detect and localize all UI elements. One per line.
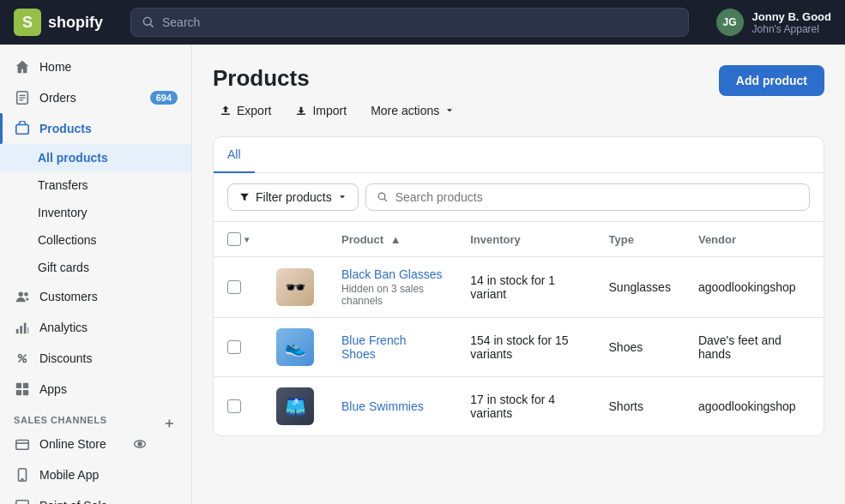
product-type: Shoes (595, 318, 685, 377)
import-button[interactable]: Import (288, 99, 353, 123)
customers-icon (14, 288, 31, 305)
select-all-checkbox[interactable] (227, 232, 241, 246)
table-toolbar: Filter products (214, 173, 824, 222)
product-name-link[interactable]: Blue Swimmies (341, 399, 424, 413)
filter-products-button[interactable]: Filter products (227, 183, 359, 211)
svg-rect-9 (20, 326, 22, 333)
add-product-button[interactable]: Add product (719, 65, 824, 96)
svg-line-14 (19, 355, 27, 363)
product-vendor: agoodlookingshop (685, 377, 824, 436)
sidebar-item-collections[interactable]: Collections (0, 226, 191, 254)
products-icon (14, 120, 31, 137)
svg-rect-25 (16, 501, 28, 504)
tab-all-label: All (227, 147, 241, 161)
product-inventory: 14 in stock for 1 variant (456, 257, 595, 318)
sidebar-item-transfers[interactable]: Transfers (0, 171, 191, 199)
apps-icon (14, 381, 31, 398)
products-table: ▾ Product ▲ Inventory Type (214, 222, 824, 435)
sidebar-item-customers[interactable]: Customers (0, 281, 191, 312)
search-products-input[interactable] (395, 190, 799, 204)
online-store-icon (14, 435, 31, 453)
svg-rect-18 (23, 390, 28, 395)
product-inventory: 154 in stock for 15 variants (456, 318, 595, 377)
sidebar-item-all-products[interactable]: All products (0, 144, 191, 171)
logo: S shopify (14, 9, 117, 36)
sidebar-label-all-products: All products (38, 151, 108, 165)
sidebar-item-discounts[interactable]: Discounts (0, 343, 191, 374)
select-all-chevron[interactable]: ▾ (244, 235, 249, 244)
search-products-icon (377, 191, 389, 203)
row-checkbox[interactable] (227, 399, 241, 413)
filter-chevron-icon (337, 192, 347, 202)
orders-badge: 694 (150, 91, 178, 105)
product-thumbnail: 👟 (276, 328, 314, 366)
sidebar-item-online-store[interactable]: Online Store (0, 429, 160, 459)
row-checkbox[interactable] (227, 280, 241, 294)
sidebar-label-customers: Customers (39, 290, 98, 303)
svg-point-28 (378, 193, 385, 200)
svg-rect-8 (16, 329, 19, 333)
sidebar-item-mobile-app[interactable]: Mobile App (0, 459, 191, 490)
import-icon (295, 105, 307, 117)
main-content: Products Export Import More actions (192, 45, 845, 504)
sidebar-label-orders: Orders (39, 91, 76, 105)
more-actions-label: More actions (371, 104, 439, 117)
add-sales-channel-btn[interactable]: ＋ (160, 415, 178, 432)
product-type: Sunglasses (595, 257, 685, 318)
export-label: Export (237, 104, 271, 117)
sidebar-item-home[interactable]: Home (0, 51, 191, 82)
sidebar-item-gift-cards[interactable]: Gift cards (0, 254, 191, 281)
sidebar-item-apps[interactable]: Apps (0, 374, 191, 405)
sidebar-label-discounts: Discounts (39, 351, 92, 365)
sort-product-icon[interactable]: ▲ (390, 233, 401, 246)
col-inventory: Inventory (456, 222, 595, 257)
mobile-app-icon (14, 466, 31, 483)
sidebar-label-gift-cards: Gift cards (38, 261, 89, 274)
product-name-link[interactable]: Black Ban Glasses (341, 267, 443, 281)
svg-point-7 (24, 292, 28, 297)
row-checkbox[interactable] (227, 340, 241, 354)
select-all-area: ▾ (227, 232, 249, 246)
sidebar-item-analytics[interactable]: Analytics (0, 312, 191, 343)
sidebar: Home Orders 694 Products All products Tr… (0, 45, 192, 504)
search-icon (142, 15, 155, 29)
svg-point-13 (23, 359, 27, 363)
export-button[interactable]: Export (213, 99, 278, 123)
sidebar-label-home: Home (39, 60, 71, 74)
col-product: Product ▲ (328, 222, 456, 257)
sidebar-label-online-store: Online Store (39, 437, 106, 451)
product-cell: Black Ban Glasses Hidden on 3 sales chan… (341, 267, 443, 307)
shopify-logo-icon: S (14, 9, 41, 36)
eye-icon[interactable] (133, 437, 147, 451)
filter-label: Filter products (256, 190, 332, 204)
sidebar-item-point-of-sale[interactable]: Point of Sale (0, 490, 191, 504)
sidebar-item-orders[interactable]: Orders 694 (0, 82, 191, 113)
main-layout: Home Orders 694 Products All products Tr… (0, 45, 845, 504)
tab-all[interactable]: All (214, 137, 255, 173)
product-name-link[interactable]: Blue French Shoes (341, 333, 406, 361)
svg-rect-15 (16, 383, 21, 388)
sidebar-label-inventory: Inventory (38, 206, 88, 219)
user-area[interactable]: JG Jonny B. Good John's Apparel (716, 9, 831, 36)
sidebar-label-collections: Collections (38, 233, 96, 247)
table-row: 👟 Blue French Shoes 154 in stock for 15 … (214, 318, 824, 377)
search-products-bar[interactable] (365, 183, 810, 211)
global-search-bar[interactable]: Search (130, 8, 689, 37)
chevron-down-icon (444, 105, 455, 116)
home-icon (14, 58, 31, 75)
svg-point-24 (21, 479, 23, 481)
sales-channels-text: SALES CHANNELS (14, 415, 107, 425)
products-table-card: All Filter products (213, 136, 824, 436)
orders-icon (14, 89, 31, 106)
sidebar-item-products[interactable]: Products (0, 113, 191, 144)
svg-rect-17 (16, 390, 21, 395)
pos-icon (14, 497, 31, 504)
sidebar-label-analytics: Analytics (39, 321, 88, 334)
sidebar-label-pos: Point of Sale (39, 499, 107, 504)
sidebar-label-apps: Apps (39, 382, 67, 396)
col-vendor: Vendor (685, 222, 824, 257)
sidebar-item-inventory[interactable]: Inventory (0, 199, 191, 226)
export-icon (220, 105, 232, 117)
more-actions-button[interactable]: More actions (364, 99, 462, 123)
product-vendor: agoodlookingshop (685, 257, 824, 318)
